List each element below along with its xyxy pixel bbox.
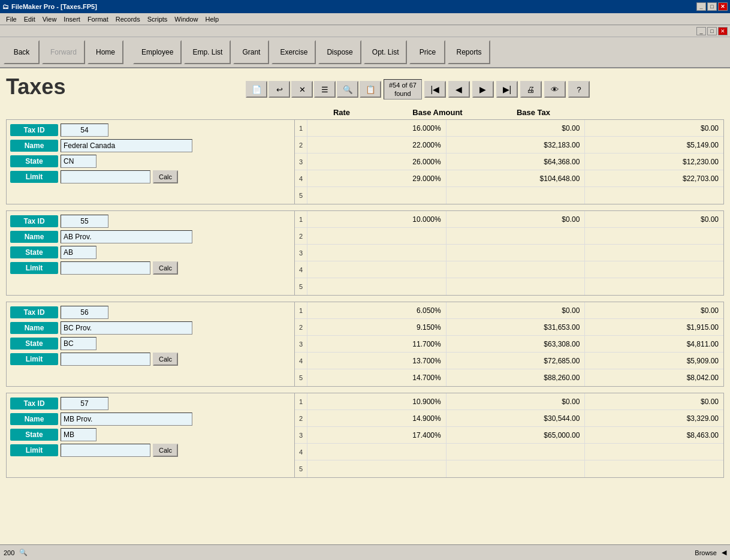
- title-bar: 🗂 FileMaker Pro - [Taxes.FP5] _ □ ✕: [0, 0, 730, 13]
- close-button[interactable]: ✕: [718, 2, 728, 11]
- limit-row-0: Limit Calc: [10, 170, 291, 183]
- menu-file[interactable]: File: [2, 14, 20, 24]
- base-amount-1-0: $0.00: [446, 211, 585, 227]
- rate-num-0-0: 1: [295, 125, 307, 132]
- calc-button-2[interactable]: Calc: [153, 353, 178, 366]
- taxid-input-1[interactable]: [61, 215, 108, 228]
- maximize-button[interactable]: □: [707, 2, 717, 11]
- limit-row-2: Limit Calc: [10, 353, 291, 366]
- menu-window[interactable]: Window: [171, 14, 201, 24]
- base-amount-3-2: $65,000.00: [446, 427, 585, 443]
- calc-button-3[interactable]: Calc: [153, 444, 178, 457]
- dispose-button[interactable]: Dispose: [318, 40, 361, 64]
- state-row-0: State: [10, 155, 291, 168]
- name-input-0[interactable]: [61, 139, 192, 152]
- rate-num-1-0: 1: [295, 216, 307, 223]
- base-amount-3-4: [446, 460, 585, 477]
- base-tax-0-0: $0.00: [584, 120, 723, 136]
- find-button[interactable]: 🔍: [337, 81, 358, 98]
- menu-format[interactable]: Format: [84, 14, 112, 24]
- base-tax-3-3: [584, 444, 723, 460]
- price-button[interactable]: Price: [409, 40, 445, 64]
- taxid-input-2[interactable]: [61, 306, 108, 319]
- rate-value-2-1: 9.150%: [307, 319, 446, 335]
- taxid-row-3: Tax ID: [10, 397, 291, 410]
- content-area: Taxes 📄 ↩ ✕ ☰ 🔍 📋 #54 of 67 found |◀ ◀ ▶…: [0, 68, 730, 544]
- rate-value-1-1: [307, 228, 446, 244]
- limit-input-2[interactable]: [61, 353, 150, 366]
- rate-row-3-3: 4: [295, 444, 723, 460]
- rate-row-2-0: 1 6.050% $0.00 $0.00: [295, 302, 723, 319]
- taxid-row-2: Tax ID: [10, 306, 291, 319]
- rate-num-3-2: 3: [295, 432, 307, 439]
- name-row-0: Name: [10, 139, 291, 152]
- opt-list-button[interactable]: Opt. List: [364, 40, 408, 64]
- prev-record-button[interactable]: ◀: [448, 81, 470, 98]
- menu-edit[interactable]: Edit: [20, 14, 39, 24]
- tax-rates-2: 1 6.050% $0.00 $0.00 2 9.150% $31,653.00…: [294, 302, 723, 386]
- employee-button[interactable]: Employee: [133, 40, 182, 64]
- tax-block-1: Tax ID Name State Limit Calc 1 10.000% $…: [6, 210, 724, 296]
- limit-label-3: Limit: [10, 444, 58, 456]
- forward-button[interactable]: Forward: [42, 40, 85, 64]
- base-tax-3-2: $8,463.00: [584, 427, 723, 443]
- menu-scripts[interactable]: Scripts: [144, 14, 171, 24]
- first-record-button[interactable]: |◀: [424, 81, 446, 98]
- rate-value-3-4: [307, 460, 446, 477]
- restore-button[interactable]: _: [696, 27, 706, 35]
- last-record-button[interactable]: ▶|: [496, 81, 518, 98]
- new-record-button[interactable]: 📄: [246, 81, 267, 98]
- state-input-1[interactable]: [61, 246, 96, 259]
- preview-button[interactable]: 👁: [544, 81, 566, 98]
- back-button[interactable]: Back: [4, 40, 40, 64]
- limit-input-3[interactable]: [61, 444, 150, 457]
- state-input-2[interactable]: [61, 337, 96, 350]
- print-button[interactable]: 🖨: [520, 81, 542, 98]
- menu-view[interactable]: View: [39, 14, 61, 24]
- delete-button[interactable]: ✕: [291, 81, 313, 98]
- base-tax-2-4: $8,042.00: [584, 369, 723, 386]
- state-row-3: State: [10, 428, 291, 441]
- name-input-3[interactable]: [61, 413, 192, 426]
- base-amount-0-4: [446, 187, 585, 204]
- rate-num-1-2: 3: [295, 249, 307, 257]
- scroll-left-btn[interactable]: ◀: [722, 549, 726, 556]
- next-record-button[interactable]: ▶: [472, 81, 494, 98]
- rate-value-3-2: 17.400%: [307, 427, 446, 443]
- menu-insert[interactable]: Insert: [60, 14, 84, 24]
- menu-help[interactable]: Help: [201, 14, 222, 24]
- tax-fields-0: Tax ID Name State Limit Calc: [7, 120, 294, 204]
- calc-button-0[interactable]: Calc: [153, 170, 178, 183]
- copy-button[interactable]: 📋: [360, 81, 381, 98]
- grant-button[interactable]: Grant: [233, 40, 269, 64]
- exercise-button[interactable]: Exercise: [272, 40, 316, 64]
- name-input-2[interactable]: [61, 321, 192, 335]
- state-row-2: State: [10, 337, 291, 350]
- name-input-1[interactable]: [61, 230, 192, 243]
- limit-input-1[interactable]: [61, 261, 150, 275]
- limit-input-0[interactable]: [61, 170, 150, 183]
- emp-list-button[interactable]: Emp. List: [184, 40, 231, 64]
- state-input-3[interactable]: [61, 428, 96, 441]
- close-button2[interactable]: ✕: [718, 27, 728, 35]
- taxid-input-0[interactable]: [61, 124, 108, 137]
- taxid-input-3[interactable]: [61, 397, 108, 410]
- state-input-0[interactable]: [61, 155, 96, 168]
- restore-button2[interactable]: □: [707, 27, 717, 35]
- base-tax-1-4: [584, 278, 723, 295]
- rate-row-0-1: 2 22.000% $32,183.00 $5,149.00: [295, 137, 723, 153]
- minimize-button[interactable]: _: [696, 2, 706, 11]
- home-button[interactable]: Home: [88, 40, 123, 64]
- limit-row-3: Limit Calc: [10, 444, 291, 457]
- taxid-label-1: Tax ID: [10, 215, 58, 227]
- list-view-button[interactable]: ☰: [314, 81, 336, 98]
- base-tax-3-0: $0.00: [584, 393, 723, 410]
- undo-button[interactable]: ↩: [269, 81, 290, 98]
- calc-button-1[interactable]: Calc: [153, 261, 178, 275]
- reports-button[interactable]: Reports: [448, 40, 490, 64]
- browse-mode: Browse: [695, 549, 717, 556]
- menu-records[interactable]: Records: [112, 14, 144, 24]
- record-count: #54 of 67 found: [384, 79, 422, 100]
- rate-num-3-3: 4: [295, 448, 307, 456]
- help-button[interactable]: ?: [568, 81, 590, 98]
